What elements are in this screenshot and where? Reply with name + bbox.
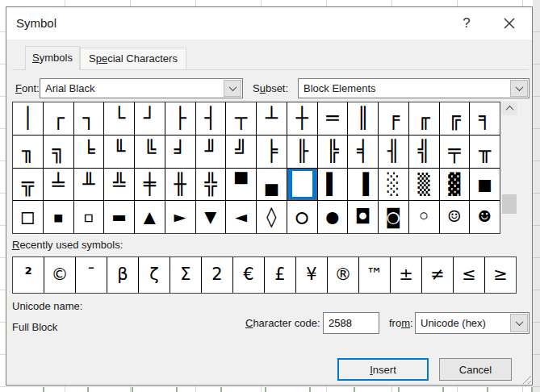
symbol-cell[interactable]: ┌ (44, 102, 73, 135)
tab-special-label-accel: pe (96, 52, 107, 65)
symbol-cell[interactable]: ╩ (104, 169, 134, 201)
symbol-cell[interactable]: ┤ (196, 102, 226, 135)
symbol-cell[interactable]: □ (13, 201, 43, 233)
symbol-cell[interactable]: ╟ (287, 136, 317, 168)
symbol-cell[interactable]: ╗ (44, 136, 73, 168)
symbol-cell[interactable]: ● (318, 201, 348, 233)
recent-symbol-cell[interactable]: β (107, 257, 138, 293)
recent-symbol-cell[interactable]: ™ (359, 257, 390, 293)
symbol-cell[interactable]: ▓ (440, 169, 470, 201)
symbol-cell[interactable]: ╔ (440, 102, 470, 135)
recent-symbol-cell[interactable]: © (44, 257, 75, 293)
symbol-cell[interactable]: ╞ (257, 136, 287, 168)
symbol-cell[interactable]: ┐ (74, 102, 104, 135)
symbol-cell[interactable]: ╡ (348, 136, 378, 168)
recent-symbol-cell[interactable]: ≠ (422, 257, 453, 293)
symbol-cell[interactable]: ┬ (226, 102, 256, 135)
symbol-cell[interactable]: ╬ (196, 169, 226, 201)
chevron-down-icon[interactable] (510, 80, 528, 97)
symbol-cell[interactable]: ╓ (409, 102, 439, 135)
symbol-grid-scrollbar[interactable] (501, 102, 517, 234)
symbol-cell[interactable]: ░ (379, 169, 408, 201)
symbol-cell[interactable]: ╕ (470, 102, 500, 135)
symbol-cell[interactable]: ╪ (135, 169, 165, 201)
character-code-input[interactable]: 2588 (323, 312, 379, 334)
chevron-down-icon[interactable] (224, 80, 241, 97)
subset-select[interactable]: Block Elements (298, 78, 530, 98)
symbol-cell[interactable]: ◘ (348, 201, 378, 233)
symbol-cell[interactable]: ╤ (440, 136, 470, 168)
symbol-cell[interactable]: ╙ (104, 136, 134, 168)
symbol-cell[interactable]: ╒ (379, 102, 408, 135)
symbol-cell[interactable]: ├ (165, 102, 195, 135)
symbol-cell[interactable]: ▼ (196, 201, 226, 233)
symbol-cell[interactable]: ╥ (470, 136, 500, 168)
scrollbar-thumb[interactable] (502, 194, 517, 214)
symbol-cell[interactable]: ▪ (44, 201, 73, 233)
recent-symbol-cell[interactable]: ≥ (485, 257, 516, 293)
symbol-cell[interactable]: ☻ (470, 201, 500, 233)
symbol-cell[interactable]: ► (165, 201, 195, 233)
symbol-cell[interactable]: ○ (287, 201, 317, 233)
symbol-cell[interactable]: ▌ (318, 169, 348, 201)
recent-symbol-cell[interactable]: ζ (139, 257, 170, 293)
symbol-cell[interactable]: ☺ (440, 201, 470, 233)
symbol-cell[interactable]: ▲ (135, 201, 165, 233)
symbol-cell[interactable]: ╧ (44, 169, 73, 201)
symbol-cell[interactable]: ◦ (409, 201, 439, 233)
recent-symbol-cell[interactable]: ¥ (296, 257, 327, 293)
recent-symbol-cell[interactable]: £ (265, 257, 295, 293)
recent-symbol-cell[interactable]: ² (13, 257, 44, 293)
symbol-cell[interactable]: │ (13, 102, 43, 135)
symbol-cell[interactable]: ■ (470, 169, 500, 201)
symbol-cell[interactable]: ╦ (13, 169, 43, 201)
font-select[interactable]: Arial Black (40, 78, 243, 98)
symbol-cell[interactable]: ▬ (104, 201, 134, 233)
symbol-cell[interactable]: ╢ (379, 136, 408, 168)
recent-symbol-cell[interactable]: Σ (170, 257, 201, 293)
recent-symbol-cell[interactable]: ± (391, 257, 421, 293)
symbol-cell[interactable]: ╜ (196, 136, 226, 168)
symbol-cell[interactable]: ◄ (226, 201, 256, 233)
symbol-cell[interactable]: ╨ (74, 169, 104, 201)
symbol-cell[interactable]: ┼ (287, 102, 317, 135)
symbol-cell[interactable]: ▫ (74, 201, 104, 233)
symbol-cell[interactable]: ═ (318, 102, 348, 135)
symbol-cell[interactable]: ┘ (135, 102, 165, 135)
recent-symbol-cell[interactable]: ¯ (76, 257, 107, 293)
symbol-cell[interactable]: ◙ (379, 201, 408, 233)
recent-symbol-cell[interactable]: ≤ (454, 257, 484, 293)
recent-label-post: ecently used symbols: (19, 239, 123, 251)
tab-special-characters[interactable]: Special Characters (80, 48, 186, 70)
resize-grip-icon[interactable] (521, 373, 531, 384)
symbol-cell[interactable]: ▒ (409, 169, 439, 201)
tab-symbols[interactable]: Symbols (25, 46, 80, 70)
cancel-button[interactable]: Cancel (439, 358, 512, 381)
symbol-cell[interactable]: ┴ (257, 102, 287, 135)
symbol-cell[interactable]: ╫ (165, 169, 195, 201)
insert-button[interactable]: Insert (337, 358, 429, 381)
symbol-cell[interactable]: ╚ (135, 136, 165, 168)
help-icon[interactable]: ? (454, 11, 479, 35)
recent-symbol-cell[interactable]: € (233, 257, 264, 293)
symbol-cell[interactable]: ╣ (409, 136, 439, 168)
symbol-cell[interactable]: ▄ (257, 169, 287, 201)
symbol-cell-selected[interactable] (287, 169, 317, 201)
symbol-cell[interactable]: ║ (348, 102, 378, 135)
from-select[interactable]: Unicode (hex) (415, 312, 530, 334)
dialog-titlebar[interactable]: Symbol ? (6, 7, 532, 40)
symbol-cell[interactable]: ╘ (74, 136, 104, 168)
scrollbar-up-icon[interactable] (501, 102, 517, 115)
symbol-cell[interactable]: ◊ (257, 201, 287, 233)
recent-symbol-cell[interactable]: 2 (202, 257, 232, 293)
symbol-cell[interactable]: ╖ (13, 136, 43, 168)
symbol-cell[interactable]: ▀ (226, 169, 256, 201)
chevron-down-icon[interactable] (510, 314, 528, 332)
symbol-cell[interactable]: ╛ (165, 136, 195, 168)
symbol-cell[interactable]: ▐ (348, 169, 378, 201)
symbol-cell[interactable]: └ (104, 102, 134, 135)
symbol-cell[interactable]: ╝ (226, 136, 256, 168)
close-icon[interactable] (497, 11, 521, 35)
recent-symbol-cell[interactable]: ® (328, 257, 358, 293)
symbol-cell[interactable]: ╠ (318, 136, 348, 168)
